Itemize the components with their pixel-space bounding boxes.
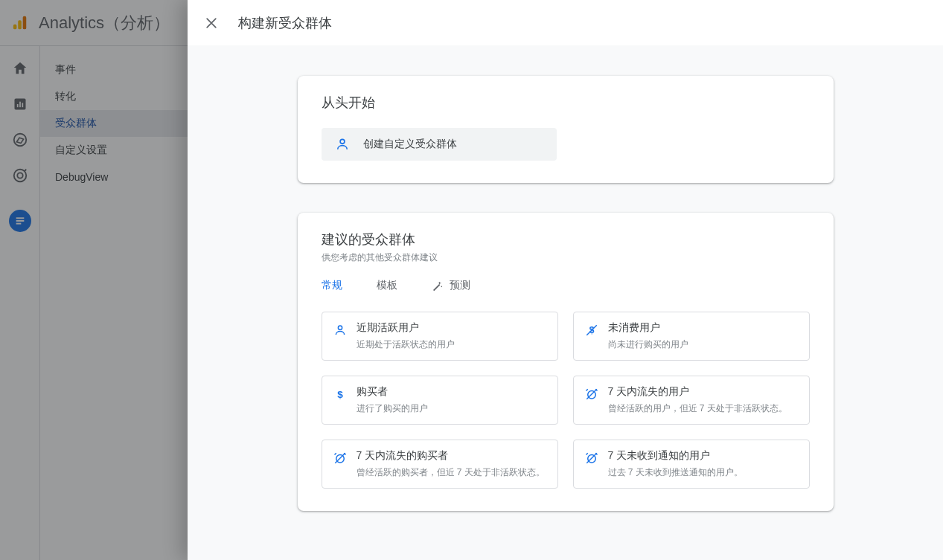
tab-label: 模板 (377, 279, 397, 291)
suggestion-7day-no-notification[interactable]: 7 天未收到通知的用户 过去 7 天未收到推送通知的用户。 (573, 440, 810, 489)
start-card: 从头开始 创建自定义受众群体 (298, 76, 834, 183)
chip-label: 创建自定义受众群体 (363, 138, 457, 151)
suggestion-grid: 近期活跃用户 近期处于活跃状态的用户 $ 未消费用户 尚未进行购买的用户 (322, 312, 810, 489)
tab-label: 预测 (450, 279, 470, 292)
suggestion-title: 7 天内流失的用户 (608, 385, 787, 399)
create-custom-audience-button[interactable]: 创建自定义受众群体 (322, 128, 557, 161)
dollar-icon: $ (333, 387, 348, 402)
alarm-off-icon (584, 387, 599, 402)
alarm-off-icon (333, 451, 348, 466)
dialog-title: 构建新受众群体 (238, 14, 332, 32)
suggestion-7day-lapsed-users[interactable]: 7 天内流失的用户 曾经活跃的用户，但近 7 天处于非活跃状态。 (573, 376, 810, 425)
person-icon (333, 323, 348, 338)
dialog-header: 构建新受众群体 (188, 0, 943, 46)
suggested-card: 建议的受众群体 供您考虑的其他受众群体建议 常规 模板 预测 (298, 213, 834, 511)
suggestion-non-purchasers[interactable]: $ 未消费用户 尚未进行购买的用户 (573, 312, 810, 361)
suggested-subheading: 供您考虑的其他受众群体建议 (322, 251, 810, 264)
person-icon (335, 137, 350, 152)
suggestion-recently-active-users[interactable]: 近期活跃用户 近期处于活跃状态的用户 (322, 312, 558, 361)
magic-wand-icon (432, 280, 444, 292)
audience-builder-dialog: 构建新受众群体 从头开始 创建自定义受众群体 建议的受众群体 供您考虑的其他受众… (188, 0, 943, 560)
close-icon (204, 16, 219, 30)
suggestion-title: 未消费用户 (608, 321, 688, 335)
suggested-tabs: 常规 模板 预测 (322, 279, 810, 298)
tab-predictive[interactable]: 预测 (432, 279, 470, 298)
suggestion-purchasers[interactable]: $ 购买者 进行了购买的用户 (322, 376, 558, 425)
suggestion-desc: 尚未进行购买的用户 (608, 338, 688, 351)
alarm-off-icon (584, 451, 599, 466)
suggestion-title: 购买者 (357, 385, 428, 399)
svg-point-13 (340, 139, 345, 144)
suggestion-7day-lapsed-purchasers[interactable]: 7 天内流失的购买者 曾经活跃的购买者，但近 7 天处于非活跃状态。 (322, 440, 558, 489)
suggestion-title: 7 天未收到通知的用户 (608, 449, 743, 463)
suggestion-desc: 进行了购买的用户 (357, 402, 428, 415)
tab-templates[interactable]: 模板 (377, 279, 397, 298)
suggestion-desc: 过去 7 天未收到推送通知的用户。 (608, 466, 743, 479)
suggestion-title: 7 天内流失的购买者 (357, 449, 545, 463)
tab-label: 常规 (322, 279, 342, 291)
suggestion-title: 近期活跃用户 (357, 321, 455, 335)
suggestion-desc: 近期处于活跃状态的用户 (357, 338, 455, 351)
dialog-body: 从头开始 创建自定义受众群体 建议的受众群体 供您考虑的其他受众群体建议 常规 … (188, 46, 943, 560)
suggestion-desc: 曾经活跃的用户，但近 7 天处于非活跃状态。 (608, 402, 787, 415)
close-button[interactable] (196, 8, 226, 38)
svg-point-14 (441, 286, 442, 288)
tab-general[interactable]: 常规 (322, 279, 342, 298)
suggested-heading: 建议的受众群体 (322, 231, 810, 248)
start-heading: 从头开始 (322, 94, 810, 112)
suggestion-desc: 曾经活跃的购买者，但近 7 天处于非活跃状态。 (357, 466, 545, 479)
svg-point-15 (338, 326, 342, 329)
svg-text:$: $ (337, 389, 343, 400)
no-money-icon: $ (584, 323, 599, 338)
